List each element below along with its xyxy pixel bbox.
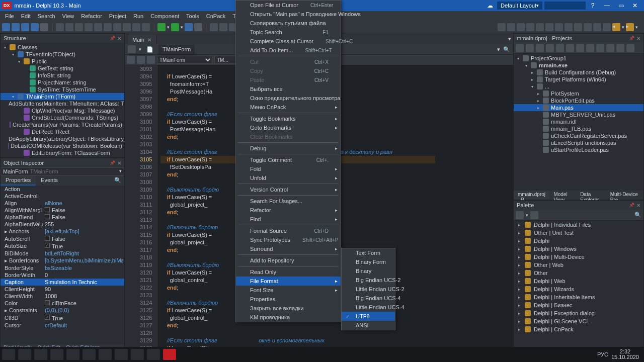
new-icon[interactable]: [2, 23, 10, 31]
menu-edit[interactable]: Edit: [18, 12, 34, 20]
palette-group[interactable]: ▸Delphi | GLScene VCL: [514, 317, 643, 325]
inspector-selector[interactable]: MainFormTMainForm: [1, 167, 124, 175]
project-tree[interactable]: ▾ProjectGroup1▾mmain.exe▸Build Configura…: [514, 54, 643, 191]
tray-lang[interactable]: РУС: [597, 351, 608, 357]
prop-autoscroll[interactable]: AutoScrollFalse: [1, 235, 124, 242]
structure-item[interactable]: CreateParams(var Params: TCreateParams): [1, 121, 124, 128]
menu-item[interactable]: Binary: [342, 266, 395, 276]
palette-group[interactable]: ▸Delphi | Windows: [514, 245, 643, 253]
menu-item[interactable]: Big Endian UCS-2: [342, 276, 395, 285]
menu-item[interactable]: Open File at CursorCtrl+Enter: [236, 1, 341, 10]
menu-item[interactable]: Unfold▸: [236, 173, 341, 183]
menu-tools[interactable]: Tools: [183, 12, 202, 20]
menu-item[interactable]: Format SourceCtrl+D: [236, 226, 341, 235]
palette-group[interactable]: ▸Delphi | Wizards: [514, 285, 643, 293]
menu-item[interactable]: Закрыть все вкладки: [236, 304, 341, 313]
menu-item[interactable]: Goto Bookmarks▸: [236, 123, 341, 132]
menu-item[interactable]: Меню CnPack▸: [236, 103, 341, 112]
structure-item[interactable]: DefRect: TRect: [1, 128, 124, 135]
prop-alphablendvalu[interactable]: AlphaBlendValu255: [1, 221, 124, 228]
structure-item[interactable]: DoApplyLibrary(aLibraryObject: TBlocksLi…: [1, 135, 124, 142]
project-item[interactable]: ▾...: [514, 83, 643, 90]
project-item[interactable]: ▸PlotSystem: [514, 90, 643, 97]
project-item[interactable]: MBTY_SERVER_Unit.pas: [514, 111, 643, 118]
prop-alphablend[interactable]: AlphaBlendFalse: [1, 214, 124, 221]
search-icon[interactable]: 🔍: [111, 175, 124, 186]
prop-ctl3d[interactable]: Ctl3DTrue: [1, 314, 124, 322]
class-combo[interactable]: TMainForm: [157, 56, 212, 64]
structure-item[interactable]: ▾TEventInfo(TObject): [1, 51, 124, 58]
menu-item[interactable]: Version Control▸: [236, 185, 341, 194]
search-icon[interactable]: 🔍: [503, 46, 510, 53]
ide-search-input[interactable]: [544, 2, 586, 10]
palette-group[interactable]: ▸Other | Unit Test: [514, 229, 643, 237]
palette-group[interactable]: ▸Delphi | Web: [514, 277, 643, 285]
structure-item[interactable]: ▾TMainForm (TForm): [1, 93, 124, 100]
saveall-icon[interactable]: [31, 23, 39, 31]
prop-borderstyle[interactable]: BorderStylebsSizeable: [1, 264, 124, 272]
menu-item[interactable]: Surround▸: [236, 244, 341, 253]
menu-item[interactable]: Refactor▸: [236, 206, 341, 215]
palette-group[interactable]: ▸Delphi | Бизнес: [514, 301, 643, 309]
menu-item[interactable]: Topic SearchF1: [236, 28, 341, 37]
layout-combo[interactable]: Default Layout: [497, 2, 542, 10]
project-item[interactable]: ▸Build Configurations (Debug): [514, 69, 643, 76]
menu-view[interactable]: View: [59, 12, 77, 20]
structure-item[interactable]: ProjectName: string: [1, 79, 124, 86]
project-item[interactable]: ▸Target Platforms (Win64): [514, 76, 643, 83]
menu-item[interactable]: Toggle CommentCtrl+.: [236, 155, 341, 164]
menu-item[interactable]: Окно предварительного просмотра: [236, 94, 341, 103]
prop-align[interactable]: AlignalNone: [1, 200, 124, 207]
cloud-icon[interactable]: ☁: [483, 2, 497, 9]
menu-item[interactable]: Binary Form: [342, 257, 395, 266]
menu-item[interactable]: Big Endian UCS-4: [342, 294, 395, 303]
structure-item[interactable]: ClpWndProc(var Msg: TMessage): [1, 107, 124, 114]
menu-item[interactable]: Properties: [236, 295, 341, 304]
prop-color[interactable]: ColorclBtnFace: [1, 300, 124, 307]
fwd-icon[interactable]: ▸: [626, 23, 634, 31]
menu-item[interactable]: Find▸: [236, 215, 341, 224]
menu-item[interactable]: Little Endian UCS-4: [342, 303, 395, 312]
menu-item[interactable]: Add to Repository: [236, 256, 341, 265]
menu-file[interactable]: File: [2, 12, 17, 20]
palette-group[interactable]: ▸Delphi | CnPack: [514, 325, 643, 333]
prop-constraints[interactable]: ▸ Constraints(0,0),(0,0): [1, 307, 124, 314]
prop-anchors[interactable]: ▸ Anchors[akLeft,akTop]: [1, 228, 124, 235]
back-icon[interactable]: ◂: [612, 23, 620, 31]
prop-cursor[interactable]: CursorcrDefault: [1, 322, 124, 329]
menu-refactor[interactable]: Refactor: [78, 12, 105, 20]
prop-bordericons[interactable]: ▸ BorderIcons[biSystemMenu,biMinimize,bi…: [1, 257, 124, 264]
menu-item[interactable]: ✓UTF8: [342, 312, 395, 321]
editor-context-menu[interactable]: Open File at CursorCtrl+EnterОткрыть "Ma…: [235, 0, 341, 322]
menu-item[interactable]: File Format▸: [236, 277, 341, 286]
menu-run[interactable]: Run: [130, 12, 146, 20]
project-bottom-tabs[interactable]: mmain.dproj - P...Model ViewData Explore…: [514, 191, 643, 200]
menu-item[interactable]: Toggle Bookmarks▸: [236, 114, 341, 123]
menu-item[interactable]: Little Endian UCS-2: [342, 285, 395, 294]
structure-item[interactable]: EditLibraryForm: TClassesForm: [1, 149, 124, 156]
project-item[interactable]: mmain_TLB.pas: [514, 125, 643, 132]
menu-item[interactable]: ANSI: [342, 321, 395, 330]
menu-cnpack[interactable]: CnPack: [203, 12, 229, 20]
menu-project[interactable]: Project: [106, 12, 129, 20]
palette-groups[interactable]: ▸Delphi | Individual Files▸Other | Unit …: [514, 221, 643, 361]
menu-component[interactable]: Component: [147, 12, 182, 20]
tray-clock[interactable]: 2:3215.10.2020: [611, 349, 642, 360]
structure-item[interactable]: InfoStr: string: [1, 72, 124, 79]
prop-activecontrol[interactable]: ActiveControl: [1, 193, 124, 200]
close-tab-icon[interactable]: ✕: [147, 37, 151, 43]
structure-item[interactable]: CmdStrLoad(Commands: TStrings): [1, 114, 124, 121]
menu-item[interactable]: Fold▸: [236, 164, 341, 173]
open-icon[interactable]: [12, 23, 20, 31]
menu-item[interactable]: Search For Usages...: [236, 197, 341, 206]
pause-icon[interactable]: [185, 23, 193, 31]
menu-item[interactable]: Открыть "Main.pas" в Проводнике Windows: [236, 10, 341, 19]
pin-icon[interactable]: 📌: [108, 36, 117, 41]
structure-item[interactable]: ▾Public: [1, 58, 124, 65]
project-item[interactable]: mmain.ridl: [514, 118, 643, 125]
project-item[interactable]: ▸Main.pas: [514, 104, 643, 111]
file-format-submenu[interactable]: Text FormBinary FormBinaryBig Endian UCS…: [341, 248, 395, 330]
inspector-tabs[interactable]: PropertiesEvents 🔍: [1, 175, 124, 186]
structure-item[interactable]: GetText: string: [1, 65, 124, 72]
menu-item[interactable]: Text Form: [342, 248, 395, 257]
